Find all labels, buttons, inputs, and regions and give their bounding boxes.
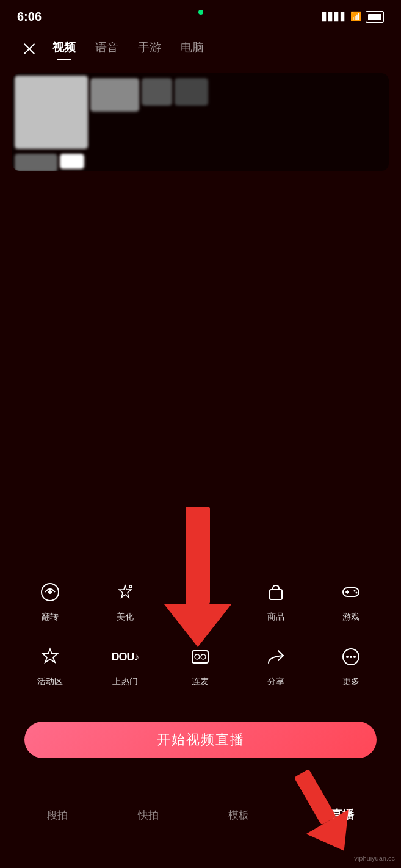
status-icons: ▋▋▋▋ 📶: [322, 11, 384, 23]
beauty-label: 美化: [117, 612, 134, 623]
activity-label: 活动区: [37, 676, 63, 687]
wifi-icon: 📶: [350, 11, 362, 22]
svg-point-18: [350, 656, 352, 658]
status-bar: 6:06 ▋▋▋▋ 📶: [0, 0, 401, 31]
tab-voice[interactable]: 语音: [95, 40, 118, 58]
control-beauty[interactable]: 美化: [87, 568, 162, 632]
arrow-shaft: [186, 507, 210, 604]
status-time: 6:06: [17, 10, 42, 24]
share-label: 分享: [267, 676, 284, 687]
preview-row2: [15, 154, 386, 171]
start-live-button[interactable]: 开始视频直播: [24, 722, 377, 758]
control-shop[interactable]: 商品: [238, 568, 313, 632]
tab-mobile-game[interactable]: 手游: [138, 40, 161, 58]
preview-thumb-5: [15, 154, 57, 171]
svg-point-10: [354, 590, 356, 592]
activity-icon: [35, 642, 65, 671]
preview-thumb-1: [15, 76, 88, 149]
preview-row1: [15, 76, 386, 149]
preview-thumb-3: [142, 78, 172, 106]
flip-label: 翻转: [42, 612, 59, 623]
control-flip[interactable]: 翻转: [12, 568, 87, 632]
more-icon: [336, 642, 366, 671]
control-share[interactable]: 分享: [238, 632, 313, 697]
top-nav: 视频 语音 手游 电脑: [0, 31, 401, 67]
green-dot: [198, 10, 203, 15]
beauty-icon: [110, 577, 140, 607]
trending-icon: DOU♪: [110, 642, 140, 671]
trending-label: 上热门: [112, 676, 138, 687]
shop-label: 商品: [267, 612, 284, 623]
control-trending[interactable]: DOU♪ 上热门: [87, 632, 162, 697]
signal-icon: ▋▋▋▋: [322, 12, 347, 21]
svg-point-11: [356, 592, 358, 594]
red-arrow-down: [164, 507, 231, 647]
preview-thumb-4: [175, 78, 208, 106]
game-icon: [336, 577, 366, 607]
svg-point-1: [48, 590, 52, 594]
tab-pc[interactable]: 电脑: [181, 40, 204, 58]
start-live-label: 开始视频直播: [157, 731, 245, 749]
nav-tabs: 视频 语音 手游 电脑: [52, 40, 204, 58]
svg-point-14: [195, 654, 200, 659]
game-label: 游戏: [342, 612, 359, 623]
tab-video[interactable]: 视频: [52, 40, 76, 58]
tab-fast[interactable]: 快拍: [132, 806, 165, 825]
preview-thumb-2: [90, 78, 139, 112]
svg-point-2: [129, 585, 132, 588]
control-more[interactable]: 更多: [314, 632, 389, 697]
preview-thumb-6: [60, 154, 84, 169]
battery-icon: [366, 11, 384, 23]
watermark: viphuiyuan.cc: [354, 855, 395, 862]
svg-point-17: [346, 656, 349, 658]
connect-label: 连麦: [192, 676, 209, 687]
camera-preview: [12, 73, 389, 171]
flip-icon: [35, 577, 65, 607]
shop-icon: [261, 577, 291, 607]
control-activity[interactable]: 活动区: [12, 632, 87, 697]
close-button[interactable]: [18, 38, 40, 60]
share-icon: [261, 642, 291, 671]
tab-template[interactable]: 模板: [222, 806, 255, 825]
svg-marker-12: [43, 649, 57, 662]
control-game[interactable]: 游戏: [314, 568, 389, 632]
arrow-head: [164, 604, 231, 647]
svg-point-19: [353, 656, 356, 658]
svg-point-15: [201, 654, 206, 659]
svg-rect-6: [270, 590, 282, 599]
tab-clip[interactable]: 段拍: [41, 806, 74, 825]
more-label: 更多: [342, 676, 359, 687]
